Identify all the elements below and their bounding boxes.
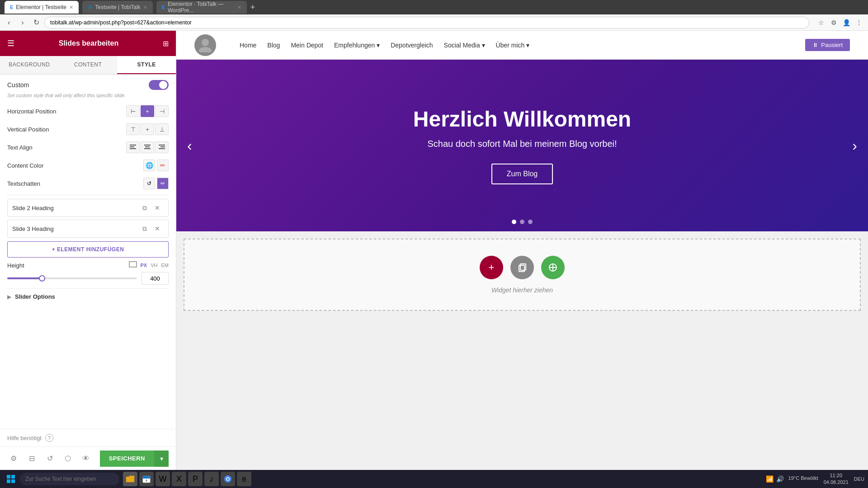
unit-vh[interactable]: VH: [151, 263, 157, 268]
svg-rect-8: [159, 148, 165, 149]
save-dropdown-button[interactable]: ▾: [154, 450, 169, 467]
slide-3-duplicate-button[interactable]: ⧉: [138, 222, 151, 235]
help-label: Hilfe benötigt: [7, 435, 42, 441]
profile-icon[interactable]: 👤: [841, 17, 852, 28]
taskbar-app-explorer[interactable]: [123, 472, 137, 486]
widget-action-buttons: +: [480, 256, 565, 279]
slider-options-section[interactable]: ▶ Slider Options: [7, 288, 169, 305]
nav-ueber-mich[interactable]: Über mich ▾: [496, 42, 530, 49]
align-right-button[interactable]: ⊣: [155, 105, 169, 117]
text-shadow-edit-button[interactable]: ✏: [157, 178, 169, 189]
align-bottom-button[interactable]: ⊥: [155, 123, 169, 135]
slide-2-delete-button[interactable]: ✕: [151, 202, 164, 214]
taskbar-app-powerpoint[interactable]: P: [188, 472, 203, 486]
pause-button[interactable]: ⏸ Pausiert: [805, 39, 850, 51]
taskbar-app-browser[interactable]: [221, 472, 235, 486]
wifi-icon[interactable]: 📶: [766, 475, 774, 483]
nav-empfehlungen[interactable]: Empfehlungen ▾: [334, 42, 380, 49]
unit-px[interactable]: PX: [141, 263, 147, 268]
bookmark-icon[interactable]: ☆: [816, 17, 826, 28]
tab-content[interactable]: CONTENT: [59, 56, 118, 74]
slider-dot-1[interactable]: [512, 220, 516, 224]
panel-tabs: BACKGROUND CONTENT STYLE: [0, 56, 176, 75]
address-bar[interactable]: [44, 17, 809, 28]
text-align-buttons: [126, 141, 169, 153]
widget-handle-button[interactable]: [541, 256, 565, 279]
unit-em[interactable]: EM: [161, 263, 169, 268]
save-button[interactable]: SPEICHERN: [100, 450, 154, 467]
taskbar-app-edge[interactable]: e: [237, 472, 251, 486]
height-input[interactable]: [142, 272, 169, 285]
browser-tab-3[interactable]: E Elementor · TobiTalk — WordPre... ✕: [156, 1, 247, 14]
tab-background[interactable]: BACKGROUND: [0, 56, 59, 74]
svg-rect-5: [144, 148, 151, 149]
history-icon[interactable]: ↺: [43, 452, 56, 465]
taskbar-time[interactable]: 11:20 04.08.2021: [824, 472, 849, 486]
browser-tab-active[interactable]: E Elementor | Testseite ✕: [5, 1, 79, 14]
slider-dot-2[interactable]: [520, 220, 524, 224]
slide-3-delete-button[interactable]: ✕: [151, 222, 164, 235]
taskbar-search[interactable]: [20, 473, 119, 485]
forward-button[interactable]: ›: [17, 17, 28, 28]
tab-close-3[interactable]: ✕: [237, 5, 241, 10]
color-global-button[interactable]: 🌐: [143, 160, 155, 171]
nav-mein-depot[interactable]: Mein Depot: [291, 42, 323, 49]
custom-toggle[interactable]: [149, 80, 169, 90]
align-top-button[interactable]: ⊤: [126, 123, 140, 135]
back-button[interactable]: ‹: [4, 17, 14, 28]
slider-dot-3[interactable]: [528, 220, 533, 224]
browser-tab-2[interactable]: W Testseite | TobiTalk ✕: [82, 1, 153, 14]
vertical-position-label: Vertical Position: [7, 126, 126, 133]
svg-rect-20: [143, 476, 150, 479]
clock-date: 04.08.2021: [824, 479, 849, 486]
add-element-button[interactable]: + ELEMENT HINZUFÜGEN: [7, 241, 169, 258]
text-align-center-button[interactable]: [141, 141, 154, 153]
taskbar-app-word[interactable]: W: [156, 472, 170, 486]
menu-icon[interactable]: ⋮: [854, 17, 864, 28]
slider-prev-button[interactable]: ‹: [184, 134, 196, 158]
widget-add-button[interactable]: +: [480, 256, 503, 279]
reload-button[interactable]: ↻: [31, 17, 42, 28]
tab-close-2[interactable]: ✕: [143, 5, 147, 10]
align-left-button[interactable]: ⊢: [126, 105, 140, 117]
slider-next-button[interactable]: ›: [849, 134, 861, 158]
hamburger-icon[interactable]: ☰: [7, 38, 14, 48]
nav-depotvergleich[interactable]: Depotvergleich: [391, 42, 433, 49]
tab-style[interactable]: STYLE: [117, 56, 176, 74]
taskbar-app-music[interactable]: ♪: [204, 472, 219, 486]
hero-cta-button[interactable]: Zum Blog: [491, 164, 553, 184]
align-center-button[interactable]: +: [141, 105, 154, 117]
nav-blog[interactable]: Blog: [267, 42, 280, 49]
start-button[interactable]: [4, 472, 18, 486]
panel-content: Custom Set custom style that will only a…: [0, 75, 176, 429]
nav-home[interactable]: Home: [240, 42, 256, 49]
text-align-right-button[interactable]: [155, 141, 169, 153]
tab-close-1[interactable]: ✕: [69, 5, 73, 10]
tab-title-1: Elementor | Testseite: [16, 4, 66, 10]
layers-icon[interactable]: ⊟: [25, 452, 38, 465]
responsive-icon[interactable]: ⬡: [61, 452, 74, 465]
text-shadow-reset-button[interactable]: ↺: [143, 178, 155, 189]
slide-2-duplicate-button[interactable]: ⧉: [138, 202, 151, 214]
eye-icon[interactable]: 👁: [80, 452, 92, 465]
extensions-icon[interactable]: ⚙: [828, 17, 839, 28]
taskbar-app-excel[interactable]: X: [172, 472, 186, 486]
text-align-left-button[interactable]: [126, 141, 140, 153]
grid-icon[interactable]: ⊞: [163, 39, 169, 48]
slide-2-item: Slide 2 Heading ⧉ ✕: [7, 199, 169, 217]
widget-copy-button[interactable]: [510, 256, 534, 279]
svg-rect-4: [145, 146, 150, 147]
align-middle-button[interactable]: +: [141, 123, 154, 135]
volume-icon[interactable]: 🔊: [776, 475, 784, 483]
site-header: Home Blog Mein Depot Empfehlungen ▾ Depo…: [176, 31, 868, 60]
new-tab-button[interactable]: +: [250, 3, 255, 12]
height-unit-tabs: PX VH EM: [141, 263, 169, 268]
settings-icon[interactable]: ⚙: [7, 452, 20, 465]
slider-thumb[interactable]: [39, 275, 45, 282]
clock-time: 11:20: [824, 472, 849, 479]
nav-social-media[interactable]: Social Media ▾: [444, 42, 485, 49]
height-slider[interactable]: [7, 277, 137, 279]
color-custom-button[interactable]: ✏: [157, 160, 169, 171]
taskbar-app-calendar[interactable]: 4: [139, 472, 154, 486]
help-icon[interactable]: ?: [45, 434, 53, 442]
